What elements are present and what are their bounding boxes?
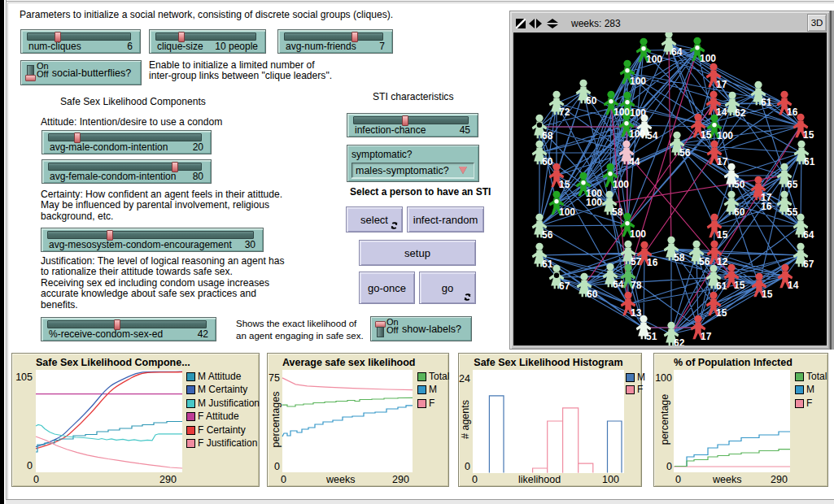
svg-text:100: 100 xyxy=(630,107,646,119)
svg-text:15: 15 xyxy=(762,289,773,300)
svg-text:61: 61 xyxy=(804,156,815,167)
svg-text:15: 15 xyxy=(716,307,727,319)
svg-text:60: 60 xyxy=(586,95,597,106)
svg-text:58: 58 xyxy=(674,252,685,263)
svg-text:100: 100 xyxy=(613,179,629,190)
svg-text:67: 67 xyxy=(559,280,570,292)
svg-text:13: 13 xyxy=(631,307,642,319)
svg-text:17: 17 xyxy=(716,79,727,90)
svg-text:55: 55 xyxy=(787,206,798,218)
svg-text:16: 16 xyxy=(787,106,798,118)
svg-text:51: 51 xyxy=(646,331,657,342)
svg-text:44: 44 xyxy=(629,156,640,167)
svg-text:14: 14 xyxy=(788,280,799,291)
svg-text:15: 15 xyxy=(803,129,814,141)
svg-text:61: 61 xyxy=(716,280,727,292)
svg-text:78: 78 xyxy=(631,280,642,291)
svg-text:100: 100 xyxy=(613,106,630,118)
svg-text:14: 14 xyxy=(716,106,727,118)
svg-text:17: 17 xyxy=(717,156,728,167)
svg-text:62: 62 xyxy=(735,107,746,119)
svg-text:64: 64 xyxy=(803,229,814,241)
svg-text:62: 62 xyxy=(674,337,685,346)
svg-text:65: 65 xyxy=(787,179,798,190)
svg-text:15: 15 xyxy=(717,229,728,241)
svg-text:15: 15 xyxy=(734,280,745,291)
svg-text:100: 100 xyxy=(559,206,575,218)
svg-text:12: 12 xyxy=(717,256,728,267)
svg-text:16: 16 xyxy=(761,201,772,212)
svg-text:58: 58 xyxy=(612,206,623,218)
svg-text:64: 64 xyxy=(613,279,624,290)
svg-text:60: 60 xyxy=(734,206,745,218)
svg-text:100: 100 xyxy=(586,197,602,208)
svg-text:100: 100 xyxy=(630,76,646,87)
svg-text:54: 54 xyxy=(647,130,658,141)
svg-text:15: 15 xyxy=(559,179,570,190)
svg-text:68: 68 xyxy=(542,130,553,141)
svg-text:67: 67 xyxy=(803,259,814,270)
svg-text:100: 100 xyxy=(646,54,662,65)
svg-text:100: 100 xyxy=(630,228,646,240)
svg-text:50: 50 xyxy=(734,179,745,190)
svg-text:100: 100 xyxy=(717,130,733,141)
svg-text:100: 100 xyxy=(629,128,645,140)
svg-text:56: 56 xyxy=(679,147,691,159)
svg-text:64: 64 xyxy=(671,46,683,58)
svg-text:100: 100 xyxy=(700,53,716,64)
svg-text:72: 72 xyxy=(559,106,570,118)
svg-text:61: 61 xyxy=(542,259,553,270)
svg-text:16: 16 xyxy=(647,257,658,268)
svg-text:15: 15 xyxy=(701,129,712,141)
svg-text:60: 60 xyxy=(542,156,553,167)
svg-text:17: 17 xyxy=(701,331,712,342)
svg-text:56: 56 xyxy=(699,256,710,267)
svg-text:57: 57 xyxy=(631,256,642,267)
svg-text:61: 61 xyxy=(761,97,772,108)
svg-text:60: 60 xyxy=(587,289,598,300)
svg-text:56: 56 xyxy=(542,229,553,241)
